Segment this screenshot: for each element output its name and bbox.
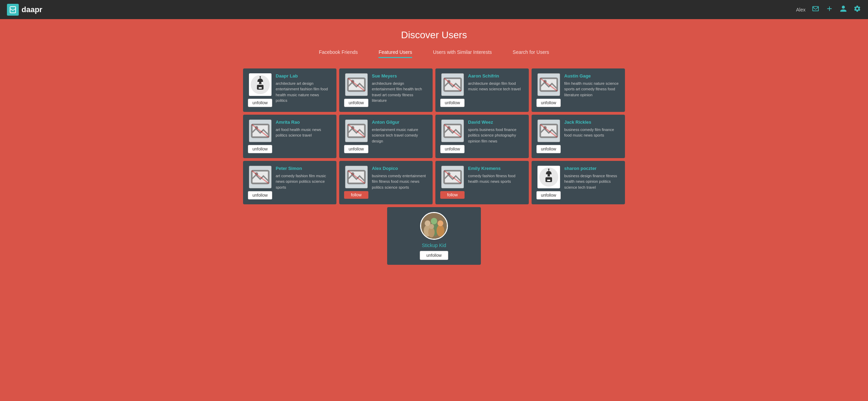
user-tags: architecture design entertainment film h…	[372, 81, 428, 104]
svg-point-52	[431, 218, 437, 224]
user-tags: business comedy film finance food music …	[564, 127, 620, 138]
user-name: Emily Kremens	[468, 166, 524, 172]
follow-button[interactable]: unfollow	[344, 99, 368, 107]
user-name: Aaron Schifrin	[468, 73, 524, 79]
user-card: unfollow Aaron Schifrin architecture des…	[435, 68, 529, 112]
nav-username: Alex	[796, 7, 806, 13]
user-name: Anton Gilgur	[372, 120, 428, 125]
user-card: follow Alex Dopico business comedy enter…	[339, 161, 433, 204]
user-name: sharon poczter	[564, 166, 620, 172]
user-card: unfollow sharon poczter business design …	[532, 161, 625, 204]
add-icon[interactable]	[826, 5, 833, 14]
user-card: unfollow Sue Meyers architecture design …	[339, 68, 433, 112]
svg-rect-6	[259, 87, 262, 89]
user-card: unfollow Amrita Rao art food health musi…	[243, 115, 336, 158]
user-avatar	[345, 120, 368, 142]
follow-button[interactable]: unfollow	[248, 145, 272, 153]
user-card-left: unfollow	[248, 120, 272, 153]
follow-button[interactable]: unfollow	[536, 99, 561, 107]
tab-search-users[interactable]: Search for Users	[513, 49, 549, 58]
user-avatar	[537, 166, 560, 188]
svg-point-50	[436, 225, 444, 236]
svg-point-55	[429, 224, 434, 229]
user-tags: business comedy entertainment film fitne…	[372, 173, 428, 190]
stickup-unfollow-button[interactable]: unfollow	[420, 251, 448, 260]
user-card-left: unfollow	[536, 120, 561, 153]
user-avatar	[537, 120, 560, 142]
user-card: follow Emily Kremens comedy fashion fitn…	[435, 161, 529, 204]
svg-point-53	[437, 220, 443, 226]
user-tags: comedy fashion fitness food health music…	[468, 173, 524, 185]
profile-icon[interactable]	[840, 5, 847, 14]
user-avatar	[345, 73, 368, 96]
user-info: Anton Gilgur entertainment music nature …	[372, 120, 428, 144]
user-info: Peter Simon art comedy fashion film musi…	[276, 166, 332, 190]
user-info: sharon poczter business design finance f…	[564, 166, 620, 190]
svg-point-42	[546, 174, 548, 176]
user-info: Alex Dopico business comedy entertainmen…	[372, 166, 428, 190]
user-avatar	[441, 73, 464, 96]
user-name: David Weez	[468, 120, 524, 125]
svg-point-4	[257, 82, 259, 84]
user-card: unfollow Peter Simon art comedy fashion …	[243, 161, 336, 204]
svg-point-43	[550, 174, 551, 176]
follow-button[interactable]: unfollow	[248, 99, 272, 107]
logo[interactable]: daapr	[7, 4, 42, 16]
tab-facebook-friends[interactable]: Facebook Friends	[319, 49, 358, 58]
user-card: unfollow Jack Rickles business comedy fi…	[532, 115, 625, 158]
user-info: David Weez sports business food finance …	[468, 120, 524, 144]
user-name: Austin Gage	[564, 73, 620, 79]
follow-button[interactable]: follow	[344, 191, 368, 199]
tabs: Facebook Friends Featured Users Users wi…	[7, 49, 861, 58]
grid-bottom: Stickup Kid unfollow	[7, 204, 861, 265]
user-name: Alex Dopico	[372, 166, 428, 172]
svg-point-8	[259, 76, 261, 77]
user-info: Sue Meyers architecture design entertain…	[372, 73, 428, 104]
user-tags: sports business food finance politics sc…	[468, 127, 524, 144]
follow-button[interactable]: unfollow	[440, 145, 465, 153]
user-name: Peter Simon	[276, 166, 332, 172]
nav-right: Alex	[796, 5, 861, 14]
user-card-left: unfollow	[440, 120, 465, 153]
navbar: daapr Alex	[0, 0, 868, 19]
user-tags: entertainment music nature science tech …	[372, 127, 428, 144]
user-card-left: unfollow	[248, 73, 272, 107]
svg-point-5	[261, 82, 263, 84]
tab-similar-interests[interactable]: Users with Similar Interests	[433, 49, 492, 58]
follow-button[interactable]: follow	[440, 191, 465, 199]
user-info: Daapr Lab architecture art design entert…	[276, 73, 332, 104]
stickup-avatar	[420, 212, 448, 240]
settings-icon[interactable]	[853, 5, 861, 14]
main-content: Discover Users Facebook Friends Featured…	[0, 19, 868, 275]
follow-button[interactable]: unfollow	[344, 145, 368, 153]
user-avatar	[249, 73, 272, 96]
user-tags: business design finance fitness health n…	[564, 173, 620, 190]
stickup-card: Stickup Kid unfollow	[387, 207, 481, 265]
user-tags: architecture art design entertainment fa…	[276, 81, 332, 104]
follow-button[interactable]: unfollow	[440, 99, 465, 107]
user-avatar	[249, 166, 272, 188]
user-card-left: unfollow	[536, 73, 561, 107]
follow-button[interactable]: unfollow	[536, 191, 561, 199]
user-card-left: follow	[440, 166, 465, 199]
user-info: Amrita Rao art food health music news po…	[276, 120, 332, 138]
user-card-left: unfollow	[440, 73, 465, 107]
user-card: unfollow David Weez sports business food…	[435, 115, 529, 158]
tab-featured-users[interactable]: Featured Users	[378, 49, 412, 58]
user-card: unfollow Anton Gilgur entertainment musi…	[339, 115, 433, 158]
user-grid: unfollow Daapr Lab architecture art desi…	[243, 68, 625, 204]
user-info: Aaron Schifrin architecture design film …	[468, 73, 524, 92]
stickup-avatar-img	[421, 213, 447, 239]
user-avatar	[441, 166, 464, 188]
inbox-icon[interactable]	[812, 5, 819, 14]
svg-rect-44	[547, 180, 550, 181]
page-title: Discover Users	[7, 30, 861, 41]
user-tags: art food health music news politics scie…	[276, 127, 332, 138]
user-card-left: unfollow	[536, 166, 561, 199]
svg-point-46	[548, 169, 549, 170]
follow-button[interactable]: unfollow	[248, 191, 272, 199]
user-avatar	[249, 120, 272, 142]
follow-button[interactable]: unfollow	[536, 145, 561, 153]
user-card-left: unfollow	[344, 120, 368, 153]
logo-text: daapr	[22, 5, 42, 14]
